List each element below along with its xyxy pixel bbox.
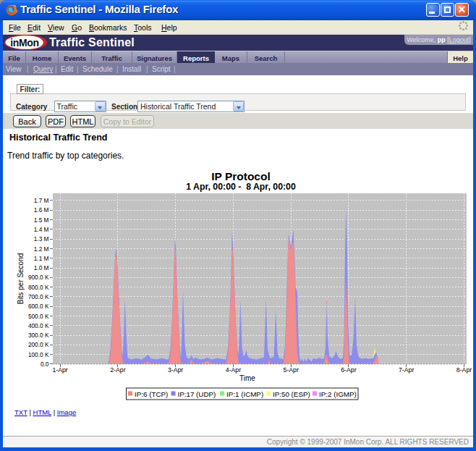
svg-text:800.0 K: 800.0 K [28,284,49,291]
svg-text:2-Apr: 2-Apr [110,366,125,374]
svg-text:300.0 K: 300.0 K [28,332,49,339]
svg-text:8-Apr: 8-Apr [456,366,472,374]
svg-text:1.3 M: 1.3 M [34,235,49,243]
svg-text:1-Apr: 1-Apr [52,366,67,374]
svg-text:IP:2 (IGMP): IP:2 (IGMP) [319,390,357,398]
svg-text:1.5 M: 1.5 M [34,216,49,224]
svg-text:1.7 M: 1.7 M [34,197,49,204]
svg-text:1.1 M: 1.1 M [34,255,49,262]
svg-text:600.0 K: 600.0 K [28,303,49,310]
svg-text:IP:1 (ICMP): IP:1 (ICMP) [226,390,263,398]
svg-text:3-Apr: 3-Apr [168,366,183,374]
svg-text:700.0 K: 700.0 K [28,293,49,300]
svg-text:Time: Time [239,374,255,382]
svg-text:4-Apr: 4-Apr [226,366,241,374]
svg-text:IP:17 (UDP): IP:17 (UDP) [178,390,216,398]
svg-text:IP Protocol: IP Protocol [211,170,271,182]
svg-text:900.0 K: 900.0 K [28,274,49,281]
svg-text:0.0: 0.0 [41,361,49,368]
svg-text:1.4 M: 1.4 M [34,226,49,233]
svg-text:1.2 M: 1.2 M [34,245,49,253]
svg-text:400.0 K: 400.0 K [28,322,49,329]
svg-text:7-Apr: 7-Apr [399,366,414,374]
svg-text:inMon: inMon [10,37,39,49]
svg-text:1 Apr, 00:00 - 8 Apr, 00:00: 1 Apr, 00:00 - 8 Apr, 00:00 [186,182,296,192]
svg-text:IP:6 (TCP): IP:6 (TCP) [135,390,168,398]
svg-text:6-Apr: 6-Apr [341,366,356,374]
svg-text:1.6 M: 1.6 M [34,206,49,214]
svg-text:IP:50 (ESP): IP:50 (ESP) [273,390,310,398]
svg-text:1.0 M: 1.0 M [34,264,49,271]
svg-text:100.0 K: 100.0 K [28,351,49,358]
svg-text:200.0 K: 200.0 K [28,341,49,348]
svg-text:Bits per Second: Bits per Second [17,253,25,305]
svg-text:500.0 K: 500.0 K [28,313,49,320]
svg-text:5-Apr: 5-Apr [283,366,298,374]
